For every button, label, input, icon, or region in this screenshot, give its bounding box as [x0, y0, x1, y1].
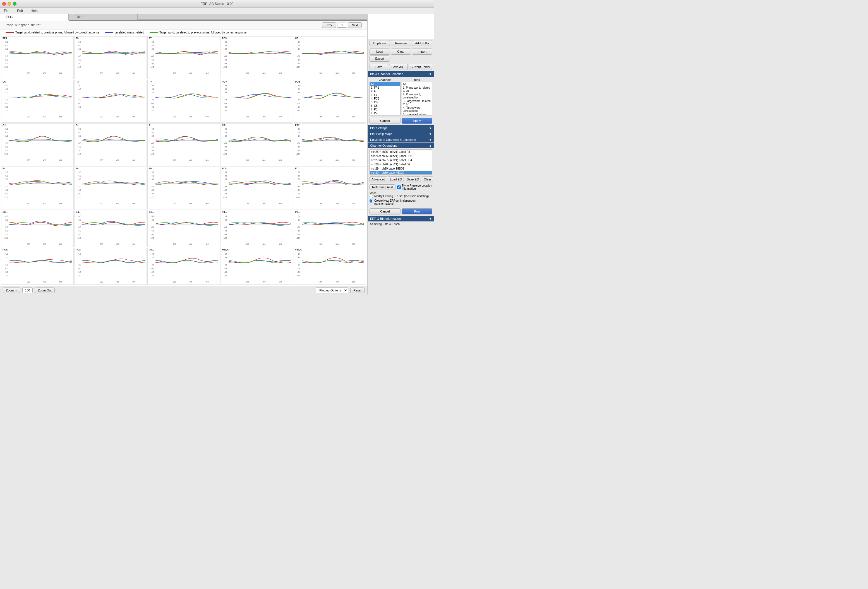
duplicate-button[interactable]: Duplicate [369, 40, 390, 46]
plot-label: Pz [149, 124, 152, 127]
edit-delete-header[interactable]: Edit/Delete Channels & Locations ▼ [368, 137, 434, 143]
channel-list-item[interactable]: 4. FC3 [370, 97, 400, 100]
svg-text:-6.0: -6.0 [78, 146, 81, 148]
tab-erp[interactable]: ERP [69, 14, 137, 20]
add-suffix-button[interactable]: Add Suffix [412, 40, 433, 46]
bin-list-item[interactable]: 3. Target word, related to pr [402, 99, 433, 106]
erp-bin-header[interactable]: ERP & Bin Information ▼ [368, 216, 434, 221]
run-button[interactable]: Run [402, 208, 433, 215]
plots-grid: FP19.06.03.0-3.0-6.0-9.0-12.0200400600F3… [0, 35, 367, 286]
plot-cell: C59.06.03.0-3.0-6.0-9.0-12.0200400600 [1, 80, 74, 123]
mode-radio-0[interactable] [369, 195, 373, 198]
load-button[interactable]: Load [369, 49, 390, 54]
export-button[interactable]: Export [369, 56, 390, 62]
svg-text:200: 200 [27, 243, 30, 245]
bin-channel-header[interactable]: Bin & Channel Selection ▼ [368, 71, 434, 77]
channel-list-item[interactable]: 6. C5 [370, 104, 400, 107]
ch-ops-item[interactable]: nch27 = ch27 - (ch21) Label PO4 [370, 158, 432, 162]
menu-help[interactable]: Help [29, 8, 39, 13]
svg-text:-12.0: -12.0 [4, 110, 8, 112]
plot-cell: PO79.06.03.0-3.0-6.0-9.0-12.0200400600 [220, 80, 293, 123]
close-button[interactable] [2, 2, 6, 6]
zoom-in-button[interactable]: Zoom In [3, 287, 20, 293]
channel-list-item[interactable]: 7. P3 [370, 107, 400, 111]
svg-text:-3.0: -3.0 [5, 226, 8, 228]
svg-text:200: 200 [246, 243, 249, 245]
left-panel: EEGERP Page 1/1: grand_filt_ref Prev. Ne… [0, 14, 368, 294]
bin-list-item[interactable]: 4. Target word, unrelated to [402, 106, 433, 113]
svg-text:3.0: 3.0 [5, 219, 8, 221]
svg-text:200: 200 [173, 243, 176, 245]
svg-text:-12.0: -12.0 [150, 153, 154, 155]
try-preserve-checkbox[interactable] [397, 186, 401, 189]
svg-text:-9.0: -9.0 [78, 271, 81, 273]
svg-text:3.0: 3.0 [298, 135, 300, 137]
svg-text:3.0: 3.0 [225, 178, 227, 180]
rename-button[interactable]: Rename [391, 40, 411, 46]
legend-line-0 [6, 32, 14, 33]
ch-ops-item[interactable]: nch25 = ch25 - (ch21) Label P8 [370, 150, 432, 154]
channel-list-item[interactable]: 5. C3 [370, 100, 400, 104]
window-controls[interactable] [2, 2, 16, 6]
svg-text:600: 600 [132, 72, 135, 74]
save-eq-button[interactable]: Save EQ [405, 176, 421, 183]
zoom-out-button[interactable]: Zoom Out [35, 287, 55, 293]
svg-text:-6.0: -6.0 [78, 268, 81, 269]
save-as-button[interactable]: Save As... [389, 64, 408, 70]
advanced-button[interactable]: Advanced [369, 176, 387, 183]
svg-text:200: 200 [100, 159, 103, 161]
svg-text:400: 400 [189, 159, 192, 161]
bin-apply-button[interactable]: Apply [402, 118, 433, 124]
channel-list-item[interactable]: 2. F3 [370, 90, 400, 93]
svg-text:400: 400 [189, 72, 192, 74]
svg-text:-9.0: -9.0 [297, 62, 301, 65]
maximize-button[interactable] [13, 2, 16, 6]
channels-list[interactable]: All1. FP12. F33. F74. FC35. C36. C57. P3… [369, 82, 400, 115]
plot-scalp-maps-header[interactable]: Plot Scalp Maps ▼ [368, 131, 434, 137]
channel-list-item[interactable]: 9. PO7 [370, 115, 400, 115]
channel-list-item[interactable]: 3. F7 [370, 93, 400, 97]
channel-list-item[interactable]: 8. P7 [370, 111, 400, 115]
clear-ch-button[interactable]: Clear [422, 176, 433, 183]
plot-settings-header[interactable]: Plot Settings ▼ [368, 125, 434, 131]
channel-list-item[interactable]: 1. FP1 [370, 86, 400, 90]
ch-ops-item[interactable]: nch26 = ch26 - (ch21) Label PO8 [370, 154, 432, 158]
svg-text:9.0: 9.0 [225, 84, 227, 86]
channel-list-item[interactable]: All [370, 82, 400, 86]
plot-svg: 9.06.03.0-3.0-6.0-9.0-12.0200400600 [1, 124, 74, 166]
prev-button[interactable]: Prev. [322, 22, 336, 28]
ch-ops-item[interactable]: nch30 = ch30 Label VEOG [370, 171, 432, 175]
next-button[interactable]: Next [348, 22, 362, 28]
ch-ops-item[interactable]: nch28 = ch28 - (ch21) Label O2 [370, 162, 432, 166]
minimize-button[interactable] [7, 2, 11, 6]
svg-text:600: 600 [279, 281, 282, 283]
page-number-input[interactable] [337, 23, 347, 28]
bins-list[interactable]: All1. Prime word, related to su2. Prime … [402, 82, 433, 115]
channel-ops-list[interactable]: nch25 = ch25 - (ch21) Label P8nch26 = ch… [369, 149, 433, 175]
ch-ops-item[interactable]: nch29 = ch29 Label HEOG [370, 166, 432, 171]
save-button[interactable]: Save [369, 64, 388, 70]
svg-text:-12.0: -12.0 [223, 275, 227, 277]
bin-list-item[interactable]: 5. unrelated-minus-related [402, 113, 433, 115]
bin-list-item[interactable]: 2. Prime word, unrelated to [402, 93, 433, 99]
bin-cancel-button[interactable]: Cancel [369, 118, 400, 124]
bin-list-item[interactable]: 1. Prime word, related to su [402, 86, 433, 93]
bin-list-item[interactable]: All [402, 82, 433, 86]
reset-button[interactable]: Reset [350, 287, 365, 293]
ch-cancel-button[interactable]: Cancel [369, 208, 400, 215]
menu-file[interactable]: File [2, 8, 11, 13]
menu-edit[interactable]: Edit [15, 8, 25, 13]
svg-text:6.0: 6.0 [298, 45, 300, 47]
mode-radio-1[interactable] [369, 199, 373, 203]
channel-ops-header[interactable]: Channel Operations ▲ [368, 143, 434, 148]
import-button[interactable]: Import [412, 49, 433, 54]
svg-text:-3.0: -3.0 [5, 264, 8, 266]
ref-asst-button[interactable]: Reference Asst [369, 184, 396, 190]
load-eq-button[interactable]: Load EQ [388, 176, 404, 183]
clear-top-button[interactable]: Clear [391, 49, 411, 54]
plot-cell: O29.06.03.0-3.0-6.0-9.0-12.0200400600 [148, 247, 220, 285]
current-folder-button[interactable]: Current Folder [409, 64, 433, 70]
tab-eeg[interactable]: EEG [0, 14, 69, 21]
svg-text:9.0: 9.0 [5, 212, 8, 214]
plotting-options-select[interactable]: Plotting Options [316, 287, 348, 293]
